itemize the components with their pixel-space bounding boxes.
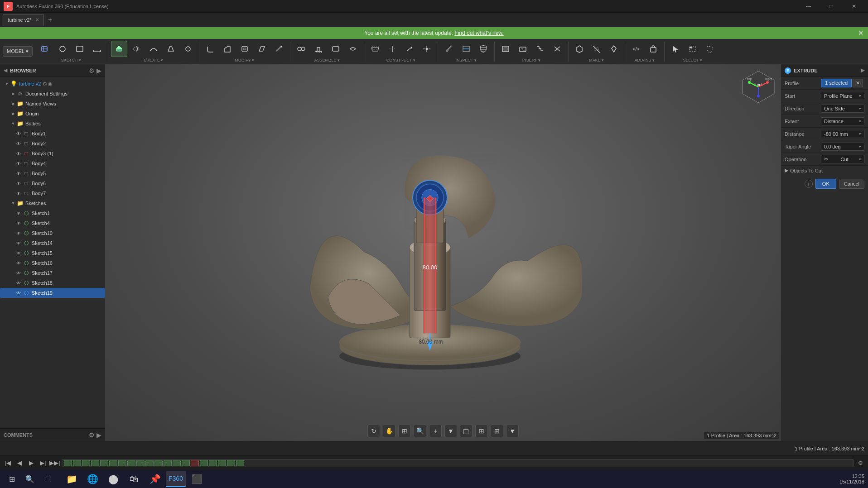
taskbar-pin1[interactable]: 📌 — [145, 471, 165, 487]
tree-body4[interactable]: 👁 □ Body4 — [0, 158, 105, 168]
tree-bodies-arrow[interactable]: ▼ — [10, 120, 16, 127]
tree-body3[interactable]: 👁 □ Body3 (1) — [0, 148, 105, 158]
tree-sketch14[interactable]: 👁 ⬡ Sketch14 — [0, 238, 105, 248]
timeline-end-button[interactable]: ▶▶| — [50, 458, 60, 468]
revolve-button[interactable] — [128, 41, 145, 57]
chamfer-button[interactable] — [219, 41, 236, 57]
tree-sketch1[interactable]: 👁 ⬡ Sketch1 — [0, 208, 105, 218]
dxf-button[interactable] — [549, 41, 565, 57]
loft-button[interactable] — [163, 41, 179, 57]
timeline-item-13[interactable] — [173, 460, 181, 466]
window-select-button[interactable] — [685, 41, 701, 57]
timeline-item-20[interactable] — [236, 460, 244, 466]
notification-close[interactable]: ✕ — [858, 29, 863, 37]
zoom-button[interactable]: 🔍 — [414, 425, 426, 437]
measure-button[interactable] — [441, 41, 457, 57]
timeline-item-14[interactable] — [182, 460, 190, 466]
hole-button[interactable] — [180, 41, 196, 57]
sketch19-eye-icon[interactable]: 👁 — [16, 291, 23, 296]
cancel-button[interactable]: Cancel — [839, 179, 864, 189]
shell-button[interactable] — [236, 41, 253, 57]
timeline-item-7[interactable] — [118, 460, 126, 466]
search-button[interactable]: 🔍 — [22, 471, 38, 487]
view-gizmo[interactable]: front top right — [740, 69, 776, 105]
timeline-settings-button[interactable]: ⚙ — [855, 458, 865, 468]
tree-body2[interactable]: 👁 □ Body2 — [0, 139, 105, 148]
display-mode-button[interactable]: ◫ — [460, 425, 473, 437]
tree-named-views[interactable]: ▶ 📁 Named Views — [0, 99, 105, 109]
taskbar-store[interactable]: 🛍 — [124, 471, 144, 487]
3dprint-button[interactable] — [571, 41, 588, 57]
taper-input[interactable]: 0.0 deg ▾ — [821, 143, 864, 151]
tree-bodies[interactable]: ▼ 📁 Bodies — [0, 119, 105, 129]
distance-input[interactable]: -80.00 mm ▾ — [821, 130, 864, 138]
timeline-item-1[interactable] — [64, 460, 72, 466]
direction-dropdown[interactable]: One Side ▾ — [821, 105, 864, 113]
profile-clear-button[interactable]: ✕ — [853, 79, 863, 87]
taskbar-chrome[interactable]: ⬤ — [103, 471, 123, 487]
tree-sketches-arrow[interactable]: ▼ — [10, 200, 16, 206]
decal-button[interactable] — [515, 41, 531, 57]
close-button[interactable]: ✕ — [844, 0, 864, 13]
start-dropdown[interactable]: Profile Plane ▾ — [821, 92, 864, 100]
sketch-tool-2[interactable] — [54, 41, 71, 57]
timeline-item-current[interactable] — [191, 460, 199, 466]
zoom-level-button[interactable]: ▼ — [444, 425, 457, 437]
tab-turbine-v2[interactable]: turbine v2* ✕ — [3, 14, 44, 26]
pan-button[interactable]: ✋ — [383, 425, 395, 437]
tree-sketch19[interactable]: 👁 ⬡ Sketch19 — [0, 288, 105, 298]
body5-eye-icon[interactable]: 👁 — [16, 171, 23, 176]
tree-sketch10[interactable]: 👁 ⬡ Sketch10 — [0, 228, 105, 238]
extent-dropdown[interactable]: Distance ▾ — [821, 117, 864, 125]
timeline-item-10[interactable] — [145, 460, 154, 466]
taskbar-fusion[interactable]: F360 — [166, 471, 186, 487]
body3-eye-icon[interactable]: 👁 — [16, 151, 23, 156]
taskbar-explorer[interactable]: 📁 — [62, 471, 82, 487]
tree-sketch17[interactable]: 👁 ⬡ Sketch17 — [0, 268, 105, 278]
timeline-item-2[interactable] — [73, 460, 81, 466]
timeline-prev-button[interactable]: ◀ — [14, 458, 24, 468]
canvas-button[interactable] — [497, 41, 514, 57]
tree-origin[interactable]: ▶ 📁 Origin — [0, 109, 105, 119]
sketch-tool-4[interactable] — [89, 41, 105, 57]
zoom-in-button[interactable]: + — [429, 425, 442, 437]
comments-expand-icon[interactable]: ▶ — [96, 431, 101, 439]
tree-sketches[interactable]: ▼ 📁 Sketches — [0, 198, 105, 208]
maximize-button[interactable]: □ — [821, 0, 842, 13]
task-view-button[interactable]: □ — [40, 471, 56, 487]
script-button[interactable]: </> — [628, 41, 644, 57]
tree-root-settings-icon[interactable]: ⚙ — [43, 81, 47, 87]
laser-button[interactable] — [588, 41, 605, 57]
tree-body7[interactable]: 👁 □ Body7 — [0, 188, 105, 198]
sweep-button[interactable] — [145, 41, 162, 57]
viewport-background[interactable]: 80.00 -80.00 mm ▾ front top right — [105, 64, 781, 441]
start-button[interactable]: ⊞ — [4, 471, 20, 487]
tree-doc-settings-arrow[interactable]: ▶ — [10, 91, 16, 97]
sketch1-eye-icon[interactable]: 👁 — [16, 211, 23, 216]
rigid-button[interactable] — [328, 41, 344, 57]
tree-named-views-arrow[interactable]: ▶ — [10, 100, 16, 107]
body4-eye-icon[interactable]: 👁 — [16, 161, 23, 166]
tree-origin-arrow[interactable]: ▶ — [10, 110, 16, 117]
select-button[interactable] — [667, 41, 684, 57]
profile-selected-value[interactable]: 1 selected — [821, 79, 852, 87]
svg-button[interactable] — [532, 41, 548, 57]
motion-button[interactable] — [345, 41, 361, 57]
sketch17-eye-icon[interactable]: 👁 — [16, 271, 23, 276]
body2-eye-icon[interactable]: 👁 — [16, 141, 23, 146]
joint-button[interactable] — [293, 41, 309, 57]
timeline-item-8[interactable] — [127, 460, 135, 466]
tree-body5[interactable]: 👁 □ Body5 — [0, 168, 105, 178]
sketch-tool-3[interactable] — [72, 41, 88, 57]
tree-body6[interactable]: 👁 □ Body6 — [0, 178, 105, 188]
new-tab-button[interactable]: + — [45, 14, 56, 25]
orbit-button[interactable]: ↻ — [367, 425, 380, 437]
taskbar-edge[interactable]: 🌐 — [82, 471, 102, 487]
tree-body1[interactable]: 👁 □ Body1 — [0, 129, 105, 139]
sidebar-expand-icon[interactable]: ▶ — [96, 67, 101, 74]
timeline-item-9[interactable] — [136, 460, 145, 466]
fillet-button[interactable] — [202, 41, 218, 57]
timeline-play-button[interactable]: ▶ — [26, 458, 36, 468]
sketch18-eye-icon[interactable]: 👁 — [16, 281, 23, 286]
timeline-item-17[interactable] — [209, 460, 217, 466]
